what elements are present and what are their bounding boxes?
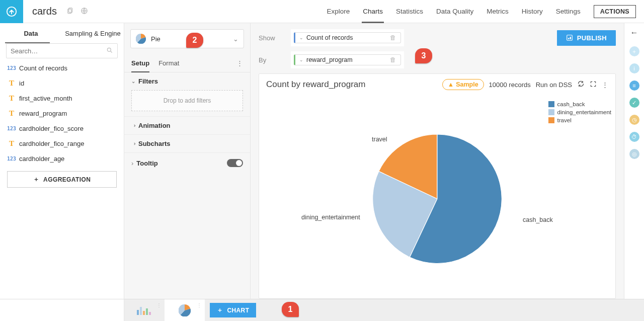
svg-point-4 [107, 48, 111, 51]
fullscreen-icon[interactable] [590, 81, 597, 89]
dock-list-icon[interactable]: ≡ [629, 81, 639, 91]
section-filters: ⌄Filters Drop to add filters [124, 72, 250, 117]
section-tooltip: › Tooltip [124, 153, 250, 173]
tab-explore[interactable]: Explore [327, 0, 350, 23]
copy-icon[interactable] [66, 7, 73, 16]
by-shelf[interactable]: ⌄reward_program🗑 [291, 51, 404, 68]
section-label: Animation [138, 122, 171, 129]
slice-label-cash: cash_back [523, 216, 553, 223]
dock-add-icon[interactable]: ＋ [629, 46, 639, 56]
add-chart-button[interactable]: ＋CHART [210, 303, 256, 317]
section-filters-header[interactable]: ⌄Filters [131, 77, 243, 85]
by-label: By [259, 56, 285, 64]
svg-rect-8 [143, 311, 145, 315]
pill-label: reward_program [306, 56, 353, 63]
cfg-tab-format[interactable]: Format [158, 54, 179, 72]
field-row[interactable]: Treward_program [0, 106, 124, 121]
plus-icon: ＋ [33, 175, 39, 184]
add-chart-label: CHART [227, 307, 249, 314]
callout-1: 1 [282, 302, 299, 317]
publish-icon [566, 34, 573, 41]
fields-panel: Data Sampling & Engine 123Count of recor… [0, 23, 124, 299]
dock-info-icon[interactable]: i [629, 63, 639, 73]
section-subcharts: ⌄Subcharts [124, 135, 250, 153]
by-pill[interactable]: ⌄reward_program🗑 [294, 54, 401, 65]
svg-rect-10 [149, 312, 151, 315]
filters-dropzone[interactable]: Drop to add filters [131, 90, 243, 111]
publish-label: PUBLISH [577, 34, 607, 42]
pie-icon [136, 34, 146, 44]
section-label: Filters [138, 77, 158, 85]
dock-history-icon[interactable]: ◷ [629, 115, 639, 125]
field-label: cardholder_fico_range [19, 140, 84, 147]
field-row[interactable]: Tid [0, 75, 124, 91]
search-input[interactable] [11, 47, 106, 55]
left-tab-data[interactable]: Data [0, 23, 62, 43]
search-icon [106, 47, 113, 55]
chart-type-label: Pie [151, 35, 160, 43]
dock-check-icon[interactable]: ✓ [629, 98, 639, 108]
tab-history[interactable]: History [522, 0, 543, 23]
field-label: id [19, 79, 24, 87]
left-tab-sampling[interactable]: Sampling & Engine [62, 23, 124, 43]
chart-thumb-bar[interactable]: ⋮ [124, 299, 165, 321]
pie-chart [367, 128, 508, 269]
cfg-tab-setup[interactable]: Setup [131, 54, 149, 72]
show-pill[interactable]: ⌄Count of records🗑 [294, 32, 401, 43]
numeric-icon: 123 [6, 126, 17, 131]
field-row[interactable]: 123Count of records [0, 60, 124, 75]
section-subcharts-header[interactable]: ⌄Subcharts [131, 140, 243, 147]
chart-config-panel: Pie ⌄ Setup Format ⋮ ⌄Filters Drop to ad… [124, 23, 251, 299]
slice-label-travel: travel [372, 136, 387, 143]
field-label: first_active_month [19, 95, 72, 102]
tab-charts[interactable]: Charts [363, 0, 383, 23]
sample-badge[interactable]: ▲Sample [442, 79, 484, 90]
refresh-icon[interactable] [577, 80, 585, 89]
field-label: Count of records [19, 64, 67, 72]
field-row[interactable]: Tcardholder_fico_range [0, 136, 124, 151]
config-more-icon[interactable]: ⋮ [236, 54, 243, 72]
section-animation: ⌄Animation [124, 117, 250, 135]
tab-metrics[interactable]: Metrics [487, 0, 509, 23]
chevron-down-icon: ⌄ [299, 57, 303, 62]
dock-discuss-icon[interactable]: ◎ [629, 149, 639, 159]
callout-2: 2 [186, 33, 203, 48]
remove-pill-icon[interactable]: 🗑 [390, 34, 396, 41]
top-nav: Explore Charts Statistics Data Quality M… [327, 0, 644, 23]
thumb-more-icon[interactable]: ⋮ [197, 302, 202, 308]
numeric-icon: 123 [6, 65, 17, 71]
svg-rect-6 [137, 310, 139, 315]
app-logo[interactable] [0, 0, 23, 23]
text-icon: T [6, 94, 17, 103]
legend-swatch [548, 117, 554, 123]
field-label: reward_program [19, 110, 67, 117]
publish-button[interactable]: PUBLISH [557, 30, 616, 46]
records-count: 10000 records [489, 81, 531, 89]
chart-thumb-pie[interactable]: ⋮ [165, 299, 205, 321]
svg-rect-9 [146, 308, 148, 315]
field-row[interactable]: 123cardholder_age [0, 151, 124, 166]
tab-dataquality[interactable]: Data Quality [436, 0, 473, 23]
tab-statistics[interactable]: Statistics [396, 0, 423, 23]
collapse-dock-icon[interactable]: ← [630, 28, 638, 37]
tooltip-toggle[interactable] [227, 159, 243, 167]
thumb-more-icon[interactable]: ⋮ [156, 302, 162, 308]
aggregation-button[interactable]: ＋AGGREGATION [7, 171, 117, 188]
remove-pill-icon[interactable]: 🗑 [390, 56, 396, 63]
dock-clock-icon[interactable]: ⏱ [629, 132, 639, 142]
chart-legend: cash_back dining_entertainment travel [548, 100, 611, 124]
legend-label: cash_back [557, 100, 585, 108]
tab-settings[interactable]: Settings [556, 0, 581, 23]
actions-button[interactable]: ACTIONS [594, 5, 636, 18]
more-icon[interactable]: ⋮ [602, 81, 608, 89]
svg-rect-5 [567, 35, 573, 41]
pill-label: Count of records [306, 34, 353, 41]
globe-icon[interactable] [80, 7, 88, 16]
field-row[interactable]: 123cardholder_fico_score [0, 121, 124, 136]
run-on-dss[interactable]: Run on DSS [536, 81, 572, 89]
show-shelf[interactable]: ⌄Count of records🗑 [291, 29, 404, 46]
field-row[interactable]: Tfirst_active_month [0, 91, 124, 106]
chart-thumbs-bar: ⋮ ⋮ ＋CHART [0, 299, 644, 321]
section-animation-header[interactable]: ⌄Animation [131, 122, 243, 129]
text-icon: T [6, 79, 17, 88]
